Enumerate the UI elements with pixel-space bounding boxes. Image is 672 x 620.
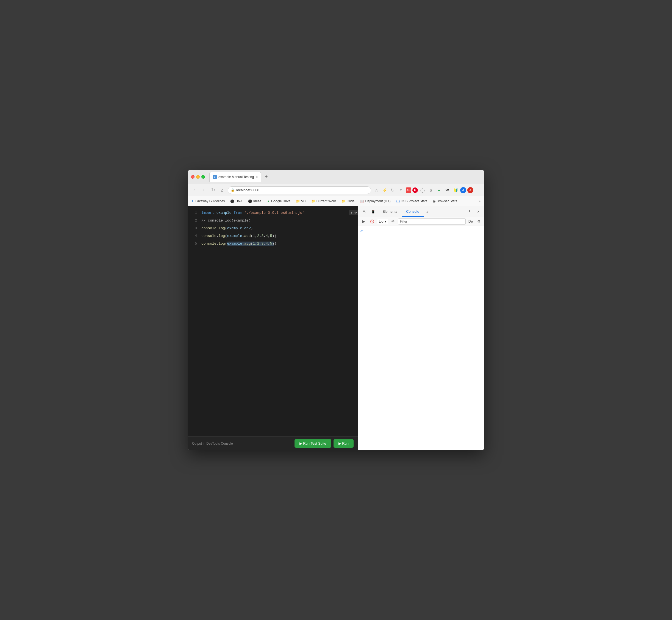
bookmark-ideas-label: Ideas	[253, 199, 261, 203]
bookmark-dna-label: DNA	[235, 199, 242, 203]
no-icon: 🚫	[370, 219, 374, 223]
extension-p-icon[interactable]: P	[412, 188, 418, 193]
device-icon: 📱	[371, 210, 375, 213]
browser-stats-icon: ◉	[433, 199, 436, 203]
extension-ab-icon[interactable]: AB	[406, 188, 411, 193]
maximize-button[interactable]	[202, 175, 205, 178]
bookmark-deployment[interactable]: 📖 Deployment (DX)	[358, 198, 393, 204]
bookmark-dna[interactable]: ⬤ DNA	[228, 198, 244, 204]
bookmark-deployment-label: Deployment (DX)	[365, 199, 390, 203]
eye-icon: 👁	[391, 219, 395, 223]
lakeway-icon: L	[192, 199, 194, 203]
dropdown-arrow-icon: ▾	[385, 219, 386, 223]
tab-console-label: Console	[406, 209, 419, 213]
bookmark-currentwork[interactable]: 📁 Current Work	[309, 198, 338, 204]
extension-shield2-icon[interactable]: 🔰	[452, 187, 459, 194]
refresh-button[interactable]: ↻	[209, 186, 217, 194]
tab-bar: e example Manual Testing × +	[209, 172, 481, 182]
bookmarks-more-button[interactable]: »	[477, 198, 482, 204]
tab-console[interactable]: Console	[402, 206, 424, 217]
devtools-options-button[interactable]: ⋮	[466, 208, 473, 215]
line-number-1: 1	[188, 211, 202, 215]
more-tabs-button[interactable]: »	[424, 208, 431, 215]
line-number-4: 4	[188, 234, 202, 238]
bookmark-gdrive[interactable]: ▲ Google Drive	[265, 198, 293, 204]
tab-close-button[interactable]: ×	[256, 175, 258, 179]
bookmark-ideas[interactable]: ⬤ Ideas	[246, 198, 264, 204]
bookmark-oss-label: OSS Project Stats	[401, 199, 428, 203]
console-default-level-button[interactable]: De	[467, 218, 474, 225]
line-content-2: // console.log(example)	[202, 218, 358, 223]
active-tab[interactable]: e example Manual Testing ×	[209, 172, 261, 182]
footer-output-label: Output in DevTools Console	[192, 442, 233, 446]
console-clear-button[interactable]: 🚫	[369, 218, 375, 225]
address-bar[interactable]: 🔒 localhost:8008	[228, 186, 371, 194]
bookmark-browser-stats[interactable]: ◉ Browser Stats	[431, 198, 459, 204]
line-content-3: console.log(example.env)	[202, 226, 358, 230]
minimize-button[interactable]	[196, 175, 200, 178]
code-line-4: 4 console.log(example.add(1,2,3,4,5))	[188, 232, 358, 240]
console-run-button[interactable]: ▶	[360, 218, 367, 225]
run-button[interactable]: ▶ Run	[334, 439, 353, 448]
extension-lightning-icon[interactable]: ⚡	[381, 187, 388, 194]
tab-title: example Manual Testing	[218, 175, 254, 179]
home-button[interactable]: ⌂	[218, 186, 226, 194]
console-prompt[interactable]: >	[360, 228, 362, 233]
line-number-3: 3	[188, 226, 202, 230]
console-settings-button[interactable]: ⚙	[475, 218, 482, 225]
folder-currentwork-icon: 📁	[311, 199, 316, 203]
folder-vc-icon: 📁	[296, 199, 300, 203]
options-icon: ⋮	[467, 209, 471, 214]
github-ideas-icon: ⬤	[248, 199, 252, 203]
user-avatar[interactable]: A	[460, 187, 466, 193]
tab-elements[interactable]: Elements	[378, 206, 402, 217]
code-editor[interactable]: 1 import example from './example-0.0.1-e…	[188, 206, 358, 450]
bookmark-oss[interactable]: ◯ OSS Project Stats	[394, 198, 430, 204]
console-eye-button[interactable]: 👁	[390, 218, 396, 225]
main-content: 1 import example from './example-0.0.1-e…	[188, 206, 484, 450]
extension-curly-icon[interactable]: {}	[427, 187, 434, 194]
user-avatar-2[interactable]: A	[467, 187, 473, 193]
browser-menu-icon[interactable]: ⋮	[474, 187, 482, 194]
cursor-icon: ↖	[363, 209, 366, 213]
console-body[interactable]: >	[358, 226, 484, 450]
close-icon: ×	[477, 209, 480, 214]
title-bar: e example Manual Testing × +	[188, 170, 484, 184]
run-icon: ▶	[362, 219, 365, 223]
extension-box-icon[interactable]: □	[398, 187, 405, 194]
context-selector[interactable]: top ▾	[377, 219, 388, 224]
code-line-2: 2 // console.log(example)	[188, 216, 358, 224]
bookmark-lakeway-label: Lakeway Guidelines	[195, 199, 225, 203]
extension-circle-icon[interactable]: ◯	[419, 187, 426, 194]
console-filter-input[interactable]	[398, 218, 466, 224]
gdrive-icon: ▲	[267, 199, 270, 203]
bookmark-code[interactable]: 📁 Code	[339, 198, 357, 204]
device-emulation-button[interactable]: 📱	[369, 208, 377, 215]
inspect-element-button[interactable]: ↖	[360, 208, 368, 215]
chevron-right-icon: »	[427, 209, 429, 214]
bookmark-vc[interactable]: 📁 VC	[294, 198, 308, 204]
code-area[interactable]: 1 import example from './example-0.0.1-e…	[188, 206, 358, 436]
tab-elements-label: Elements	[382, 209, 397, 213]
extension-green-icon[interactable]: ●	[436, 187, 443, 194]
back-button[interactable]: ‹	[190, 186, 198, 194]
run-test-suite-button[interactable]: ▶ Run Test Suite	[294, 439, 331, 448]
devtools-tabs: Elements Console »	[378, 206, 464, 217]
default-level-label: De	[468, 219, 473, 223]
line-dropdown-1[interactable]: ▾	[349, 210, 358, 215]
devtools-top-toolbar: ↖ 📱 Elements Console »	[358, 206, 484, 217]
devtools-close-button[interactable]: ×	[474, 208, 482, 215]
close-button[interactable]	[191, 175, 194, 178]
code-line-3: 3 console.log(example.env)	[188, 224, 358, 232]
refresh-icon: ↻	[211, 188, 215, 193]
extension-shield-icon[interactable]: 🛡	[389, 187, 396, 194]
bookmark-star-icon[interactable]: ☆	[373, 187, 380, 194]
nav-bar: ‹ › ↻ ⌂ 🔒 localhost:8008 ☆ ⚡ 🛡 □ AB P ◯ …	[188, 184, 484, 196]
bookmark-lakeway[interactable]: L Lakeway Guidelines	[190, 198, 227, 204]
forward-button[interactable]: ›	[200, 186, 208, 194]
extension-w-icon[interactable]: W	[444, 187, 451, 194]
nav-actions: ☆ ⚡ 🛡 □ AB P ◯ {} ● W 🔰 A A ⋮	[373, 187, 482, 194]
line-content-1: import example from './example-0.0.1-es6…	[202, 211, 346, 215]
bookmark-code-label: Code	[347, 199, 355, 203]
new-tab-button[interactable]: +	[262, 173, 270, 181]
